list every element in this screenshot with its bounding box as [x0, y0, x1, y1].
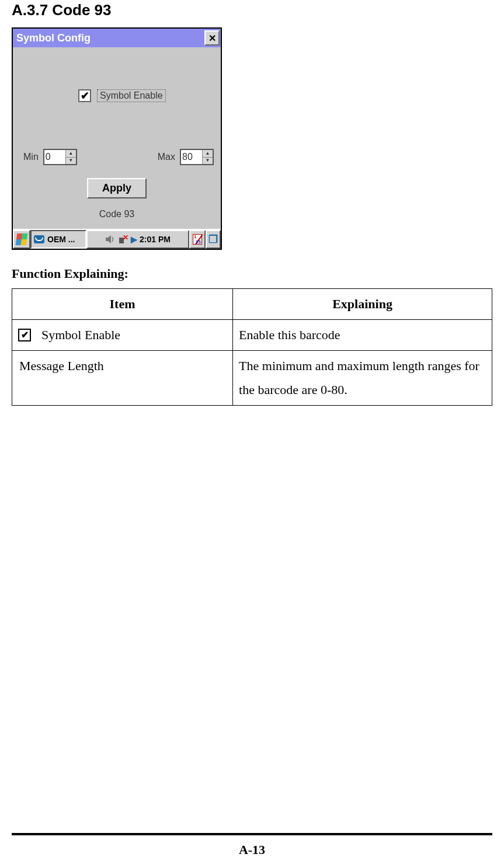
cell-item: ✔Symbol Enable [12, 319, 233, 350]
speaker-icon[interactable] [105, 235, 116, 244]
max-value: 80 [181, 150, 202, 164]
symbol-config-window: Symbol Config ✕ ✔ Symbol Enable Min 0 ▲ … [12, 27, 222, 250]
windows-icon [16, 233, 28, 245]
col-header-item: Item [12, 289, 233, 320]
clock[interactable]: 2:01 PM [140, 235, 171, 244]
max-label: Max [158, 152, 175, 162]
desktop-button[interactable]: ❐ [206, 230, 221, 249]
apply-button[interactable]: Apply [87, 178, 147, 198]
taskbar-app-oem[interactable]: OEM ... [30, 230, 86, 249]
arrow-icon[interactable]: ▶ [131, 235, 137, 244]
table-row: Message Length The minimum and maximum l… [12, 350, 492, 406]
taskbar-app-label: OEM ... [47, 235, 75, 244]
max-input[interactable]: 80 ▲ ▼ [180, 149, 214, 165]
window-titlebar: Symbol Config ✕ [13, 29, 221, 47]
section-heading: A.3.7 Code 93 [12, 1, 492, 19]
min-value: 0 [44, 150, 65, 164]
close-button[interactable]: ✕ [204, 30, 220, 46]
min-max-row: Min 0 ▲ ▼ Max 80 ▲ ▼ [23, 149, 214, 165]
min-label: Min [23, 152, 39, 162]
chevron-down-icon[interactable]: ▼ [66, 158, 76, 165]
table-header-row: Item Explaining [12, 289, 492, 320]
close-icon: ✕ [208, 33, 216, 44]
taskbar: OEM ... ✕ ▶ 2:01 PM ❐ [13, 229, 221, 249]
system-tray: ✕ ▶ 2:01 PM [86, 230, 189, 249]
cell-item-text: Symbol Enable [41, 327, 120, 342]
chevron-up-icon[interactable]: ▲ [66, 150, 76, 158]
svg-marker-0 [106, 235, 111, 243]
max-spinner[interactable]: ▲ ▼ [202, 150, 213, 164]
min-input[interactable]: 0 ▲ ▼ [43, 149, 77, 165]
cell-item-text: Message Length [19, 358, 104, 373]
app-icon [34, 235, 44, 243]
symbol-enable-label: Symbol Enable [97, 89, 166, 102]
table-row: ✔Symbol Enable Enable this barcode [12, 319, 492, 350]
start-button[interactable] [13, 230, 30, 249]
cell-explaining: The minimum and maximum length ranges fo… [233, 350, 492, 406]
check-icon: ✔ [81, 89, 89, 102]
symbol-enable-row: ✔ Symbol Enable [78, 89, 214, 102]
dialog-caption: Code 93 [20, 209, 214, 219]
col-header-explaining: Explaining [233, 289, 492, 320]
chevron-up-icon[interactable]: ▲ [203, 150, 213, 158]
keyboard-icon [193, 234, 202, 245]
function-table: Item Explaining ✔Symbol Enable Enable th… [12, 288, 492, 406]
window-title: Symbol Config [16, 32, 91, 44]
chevron-down-icon[interactable]: ▼ [203, 158, 213, 165]
page-number: A-13 [0, 842, 504, 857]
footer-rule [12, 833, 492, 835]
checkbox-icon: ✔ [18, 329, 31, 341]
sip-button[interactable] [189, 230, 206, 249]
windows-stack-icon: ❐ [208, 233, 218, 246]
cell-item: Message Length [12, 350, 233, 406]
dialog-body: ✔ Symbol Enable Min 0 ▲ ▼ Max 80 [13, 47, 221, 229]
connection-icon[interactable]: ✕ [118, 234, 128, 245]
symbol-enable-checkbox[interactable]: ✔ [78, 89, 91, 102]
function-explaining-heading: Function Explaining: [12, 266, 492, 281]
cell-explaining: Enable this barcode [233, 319, 492, 350]
min-spinner[interactable]: ▲ ▼ [65, 150, 76, 164]
